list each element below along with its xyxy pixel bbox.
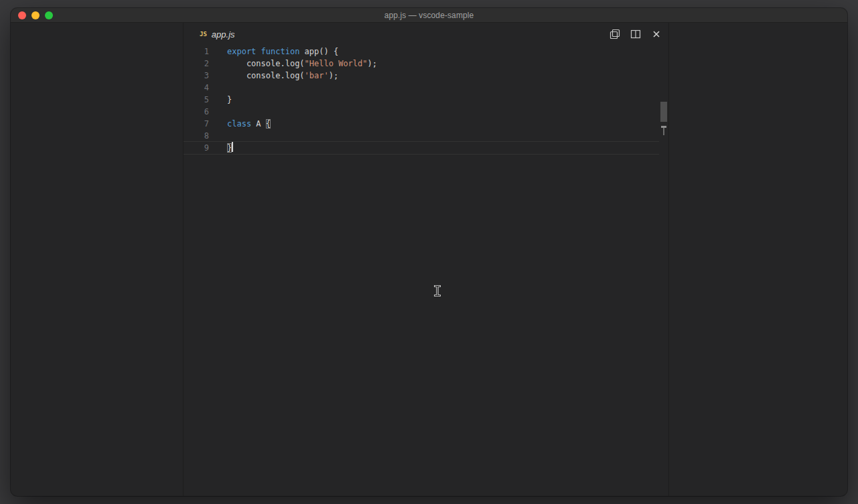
line-content: console.log('bar'); [209,70,338,82]
close-editor-icon[interactable] [651,29,662,39]
line-number[interactable]: 2 [184,58,209,70]
line-number[interactable]: 4 [184,82,209,94]
line-content: console.log("Hello World"); [209,58,377,70]
left-empty-pane [11,23,184,496]
line-number[interactable]: 7 [184,118,209,130]
code-token: export [227,47,256,56]
line-number[interactable]: 6 [184,106,209,118]
zoom-window-button[interactable] [45,11,53,19]
code-line[interactable]: 8 [184,130,659,142]
code-line[interactable]: 2 console.log("Hello World"); [184,58,659,70]
code-line[interactable]: 5} [184,94,659,106]
tab-label: app.js [212,29,235,39]
tab-appjs[interactable]: JS app.js [184,23,235,46]
code-lines: 1export function app() {2 console.log("H… [184,46,659,154]
matched-bracket: { [266,119,271,129]
line-content [209,106,227,118]
open-changes-icon[interactable] [610,29,620,39]
line-content: } [209,94,232,106]
desktop-background: app.js — vscode-sample JS app.js [0,0,858,504]
line-content [209,130,227,142]
right-empty-pane [669,23,847,496]
code-line[interactable]: 4 [184,82,659,94]
overview-ruler-cursor-stem [663,128,664,135]
javascript-file-icon: JS [200,31,207,37]
code-line[interactable]: 1export function app() { [184,46,659,58]
line-number[interactable]: 9 [184,142,209,154]
text-caret [232,142,233,152]
line-number[interactable]: 8 [184,130,209,142]
code-token: A [251,119,266,129]
code-token: "Hello World" [305,59,368,68]
line-content: class A { [209,118,271,130]
code-token: app() { [299,47,338,56]
minimize-window-button[interactable] [31,11,40,19]
titlebar[interactable]: app.js — vscode-sample [11,8,847,23]
code-token: ); [329,71,338,80]
code-token: } [227,95,232,104]
matched-bracket: } [227,143,232,153]
scrollbar-thumb[interactable] [660,102,667,122]
editor-group: JS app.js [184,23,669,496]
code-token: console.log( [227,59,305,68]
line-content: export function app() { [209,46,338,58]
line-content [209,82,227,94]
code-token [256,47,261,56]
tab-bar: JS app.js [184,23,668,46]
code-line[interactable]: 9} [184,142,659,154]
window-title: app.js — vscode-sample [11,11,847,20]
editor-actions [610,29,668,39]
line-number[interactable]: 5 [184,94,209,106]
code-line[interactable]: 6 [184,106,659,118]
code-token: class [227,119,251,129]
line-number[interactable]: 3 [184,70,209,82]
workbench: JS app.js [11,23,847,496]
line-content: } [209,142,233,154]
code-line[interactable]: 7class A { [184,118,659,130]
app-window: app.js — vscode-sample JS app.js [11,8,847,496]
code-token: 'bar' [305,71,329,80]
split-editor-icon[interactable] [630,29,641,39]
line-number[interactable]: 1 [184,46,209,58]
traffic-lights [11,11,53,19]
code-line[interactable]: 3 console.log('bar'); [184,70,659,82]
code-token: ); [368,59,377,68]
code-token: console.log( [227,71,305,80]
code-token: function [261,47,300,56]
editor-scrollbar[interactable] [659,46,668,496]
code-editor[interactable]: 1export function app() {2 console.log("H… [184,46,668,496]
close-window-button[interactable] [18,11,26,19]
